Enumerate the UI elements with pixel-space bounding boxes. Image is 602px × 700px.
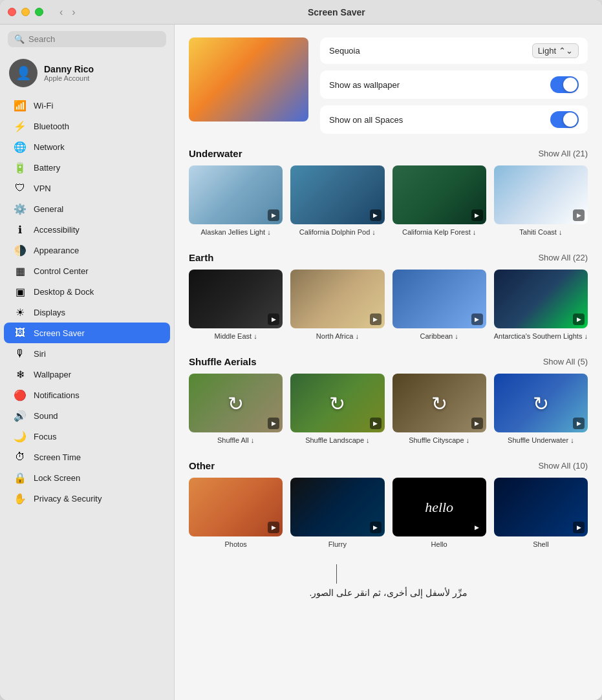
play-badge-icon: ▶ bbox=[268, 313, 279, 325]
grid-item-jellies[interactable]: ▶Alaskan Jellies Light ↓ bbox=[189, 165, 283, 237]
network-icon: 🌐 bbox=[13, 140, 27, 154]
user-info: Danny Rico Apple Account bbox=[44, 64, 94, 82]
vpn-label: VPN bbox=[34, 184, 51, 193]
forward-button[interactable]: › bbox=[69, 5, 78, 19]
grid-label-tahiti: Tahiti Coast ↓ bbox=[519, 228, 562, 237]
sidebar-item-notifications[interactable]: 🔴 Notifications bbox=[4, 385, 170, 405]
thumb-shuffle-city: ↻▶ bbox=[392, 374, 486, 432]
grid-item-flurry[interactable]: ▶Flurry bbox=[290, 478, 384, 549]
thumb-shuffle-landscape: ↻▶ bbox=[290, 374, 384, 432]
accessibility-icon: ℹ bbox=[13, 222, 27, 237]
sidebar-item-desktop-dock[interactable]: ▣ Desktop & Dock bbox=[4, 281, 170, 302]
play-badge-icon: ▶ bbox=[573, 522, 585, 533]
displays-icon: ☀ bbox=[13, 305, 27, 319]
focus-label: Focus bbox=[34, 432, 56, 441]
style-dropdown[interactable]: Light ⌃⌄ bbox=[532, 43, 579, 58]
section-header-shuffle-aerials: Shuffle AerialsShow All (5) bbox=[189, 356, 588, 367]
grid-label-flurry: Flurry bbox=[328, 540, 347, 549]
lock-screen-icon: 🔒 bbox=[13, 471, 27, 485]
sidebar-item-privacy-security[interactable]: ✋ Privacy & Security bbox=[4, 488, 170, 509]
accessibility-label: Accessibility bbox=[34, 225, 80, 235]
grid-item-tahiti[interactable]: ▶Tahiti Coast ↓ bbox=[494, 165, 588, 237]
sidebar-item-focus[interactable]: 🌙 Focus bbox=[4, 426, 170, 447]
sidebar-item-vpn[interactable]: 🛡 VPN bbox=[4, 178, 170, 198]
grid-item-caribbean[interactable]: ▶Caribbean ↓ bbox=[392, 270, 486, 341]
back-button[interactable]: ‹ bbox=[56, 5, 66, 19]
dropdown-chevron-icon: ⌃⌄ bbox=[559, 46, 573, 56]
thumb-flurry: ▶ bbox=[290, 478, 384, 536]
general-label: General bbox=[34, 204, 63, 214]
traffic-lights bbox=[8, 8, 43, 16]
grid-item-shuffle-landscape[interactable]: ↻▶Shuffle Landscape ↓ bbox=[290, 374, 384, 445]
grid-item-middle-east[interactable]: ▶Middle East ↓ bbox=[189, 270, 283, 341]
grid-item-kelp[interactable]: ▶California Kelp Forest ↓ bbox=[392, 165, 486, 237]
grid-item-antarctica[interactable]: ▶Antarctica's Southern Lights ↓ bbox=[494, 270, 588, 341]
sidebar-item-wallpaper[interactable]: ❄ Wallpaper bbox=[4, 364, 170, 385]
grid-item-shell[interactable]: ▶Shell bbox=[494, 478, 588, 549]
section-other: OtherShow All (10)▶Photos▶Flurryhello▶He… bbox=[189, 460, 588, 549]
focus-icon: 🌙 bbox=[13, 429, 27, 443]
sidebar-item-siri[interactable]: 🎙 Siri bbox=[4, 343, 170, 364]
section-header-underwater: UnderwaterShow All (21) bbox=[189, 148, 588, 159]
grid-label-shuffle-all: Shuffle All ↓ bbox=[217, 436, 254, 445]
grid-item-dolphin[interactable]: ▶California Dolphin Pod ↓ bbox=[290, 165, 384, 237]
maximize-button[interactable] bbox=[35, 8, 43, 16]
minimize-button[interactable] bbox=[21, 8, 30, 16]
sidebar-item-screen-time[interactable]: ⏱ Screen Time bbox=[4, 447, 170, 467]
general-icon: ⚙️ bbox=[13, 202, 27, 216]
sidebar-item-displays[interactable]: ☀ Displays bbox=[4, 302, 170, 323]
search-input[interactable] bbox=[28, 34, 160, 44]
desktop-dock-icon: ▣ bbox=[13, 284, 27, 299]
displays-label: Displays bbox=[34, 308, 65, 317]
siri-icon: 🎙 bbox=[13, 346, 27, 361]
main-window: ‹ › Screen Saver 🔍 👤 Danny Rico Apple Ac… bbox=[0, 0, 602, 700]
show-all-other[interactable]: Show All (10) bbox=[538, 461, 588, 471]
sidebar-item-wifi[interactable]: 📶 Wi-Fi bbox=[4, 95, 170, 116]
play-badge-icon: ▶ bbox=[370, 418, 382, 429]
play-badge-icon: ▶ bbox=[573, 313, 585, 325]
sidebar-item-appearance[interactable]: 🌗 Appearance bbox=[4, 240, 170, 260]
sidebar-item-screen-saver[interactable]: 🖼 Screen Saver bbox=[4, 323, 170, 343]
sidebar-item-control-center[interactable]: ▦ Control Center bbox=[4, 260, 170, 281]
sidebar-item-bluetooth[interactable]: ⚡ Bluetooth bbox=[4, 116, 170, 136]
search-wrap[interactable]: 🔍 bbox=[8, 31, 166, 47]
thumb-shuffle-all: ↻▶ bbox=[189, 374, 283, 432]
sections-container: UnderwaterShow All (21)▶Alaskan Jellies … bbox=[189, 148, 588, 549]
sidebar-item-network[interactable]: 🌐 Network bbox=[4, 136, 170, 157]
section-title-other: Other bbox=[189, 460, 215, 471]
search-icon: 🔍 bbox=[14, 34, 25, 44]
grid-label-shell: Shell bbox=[533, 540, 548, 549]
show-wallpaper-toggle[interactable] bbox=[550, 76, 579, 93]
show-all-underwater[interactable]: Show All (21) bbox=[538, 149, 588, 158]
control-center-icon: ▦ bbox=[13, 264, 27, 278]
sidebar-item-sound[interactable]: 🔊 Sound bbox=[4, 405, 170, 426]
grid-item-hello[interactable]: hello▶Hello bbox=[392, 478, 486, 549]
thumb-middle-east: ▶ bbox=[189, 270, 283, 328]
grid-item-shuffle-all[interactable]: ↻▶Shuffle All ↓ bbox=[189, 374, 283, 445]
close-button[interactable] bbox=[8, 8, 16, 16]
bluetooth-label: Bluetooth bbox=[34, 122, 69, 131]
screen-time-label: Screen Time bbox=[34, 452, 81, 462]
network-label: Network bbox=[34, 142, 65, 152]
notifications-label: Notifications bbox=[34, 390, 80, 400]
grid-item-photos[interactable]: ▶Photos bbox=[189, 478, 283, 549]
play-badge-icon: ▶ bbox=[268, 418, 279, 429]
grid-item-shuffle-city[interactable]: ↻▶Shuffle Cityscape ↓ bbox=[392, 374, 486, 445]
siri-label: Siri bbox=[34, 349, 46, 359]
sidebar-item-accessibility[interactable]: ℹ Accessibility bbox=[4, 219, 170, 240]
thumb-jellies: ▶ bbox=[189, 165, 283, 224]
show-all-spaces-toggle[interactable] bbox=[550, 111, 579, 128]
show-all-earth[interactable]: Show All (22) bbox=[538, 253, 588, 262]
section-earth: EarthShow All (22)▶Middle East ↓▶North A… bbox=[189, 252, 588, 341]
show-all-spaces-label: Show on all Spaces bbox=[329, 115, 403, 125]
sidebar-item-lock-screen[interactable]: 🔒 Lock Screen bbox=[4, 467, 170, 488]
show-all-shuffle-aerials[interactable]: Show All (5) bbox=[543, 357, 588, 366]
user-profile[interactable]: 👤 Danny Rico Apple Account bbox=[0, 54, 174, 95]
grid-item-shuffle-under[interactable]: ↻▶Shuffle Underwater ↓ bbox=[494, 374, 588, 445]
grid-item-north-africa[interactable]: ▶North Africa ↓ bbox=[290, 270, 384, 341]
annotation: مرِّر لأسفل إلى أخرى، ثم انقر على الصور. bbox=[189, 564, 588, 598]
section-title-shuffle-aerials: Shuffle Aerials bbox=[189, 356, 256, 367]
sidebar-item-battery[interactable]: 🔋 Battery bbox=[4, 157, 170, 178]
desktop-dock-label: Desktop & Dock bbox=[34, 287, 94, 297]
sidebar-item-general[interactable]: ⚙️ General bbox=[4, 198, 170, 219]
